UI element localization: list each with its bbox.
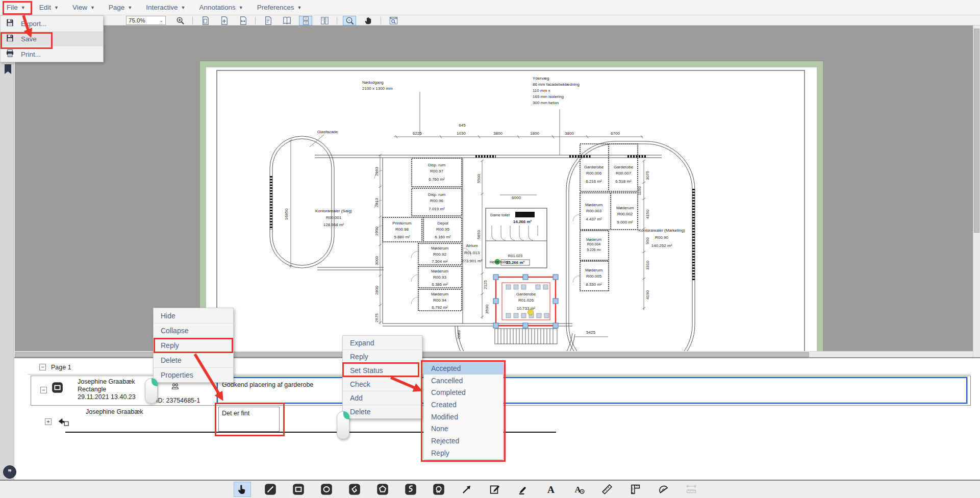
highlighter-tool-icon[interactable]: [514, 482, 532, 497]
collapse-page-button[interactable]: −: [39, 364, 46, 370]
highlight-box-file: [3, 1, 32, 15]
highlight-box-save: [1, 32, 53, 49]
plan-label: 3800: [493, 131, 502, 136]
menu-page[interactable]: Page▼: [109, 4, 132, 11]
plan-label: 5500: [476, 174, 481, 183]
context-menu-item[interactable]: Expand: [343, 336, 422, 350]
pan-tool-icon[interactable]: [362, 16, 375, 26]
single-page-view-icon[interactable]: [261, 16, 274, 26]
plan-label: Disp. rum: [428, 192, 446, 197]
view-toolbar-icons: [173, 15, 400, 26]
plan-label: 645: [459, 123, 466, 128]
two-page-scroll-view-icon[interactable]: [318, 16, 331, 26]
plan-label: Glasfacade: [317, 130, 338, 134]
reply-author: Josephine Graabæk: [86, 408, 143, 415]
plan-label: Kontorarealer (Salg): [315, 209, 352, 213]
expand-reply-button[interactable]: +: [45, 418, 52, 425]
zoom-in-icon[interactable]: [173, 16, 187, 26]
fit-page-icon[interactable]: [198, 16, 212, 26]
plan-label: 273.901 m²: [462, 259, 483, 263]
vertical-scrollbar-thumb[interactable]: [974, 29, 979, 233]
marquee-zoom-icon[interactable]: [343, 16, 356, 26]
context-menu-item[interactable]: Add: [343, 391, 422, 405]
menu-preferences[interactable]: Preferences▼: [257, 4, 302, 11]
protractor-tool-icon[interactable]: [655, 482, 672, 497]
plan-label: R00.98: [395, 227, 409, 232]
file-menu-item-icon: [5, 48, 15, 60]
plan-label: 165 mm isolering: [533, 94, 564, 99]
two-page-view-icon[interactable]: [280, 16, 293, 26]
comments-panel-icon[interactable]: ❞: [3, 465, 16, 479]
continuous-scroll-view-icon[interactable]: [299, 16, 312, 26]
vertical-scrollbar[interactable]: [973, 26, 980, 357]
context-menu-item[interactable]: Collapse: [154, 323, 233, 338]
file-menu-export[interactable]: Export...: [1, 16, 103, 31]
mouse-cursor-icon: [145, 378, 158, 404]
text-tool-icon[interactable]: A: [542, 482, 560, 497]
context-menu-item[interactable]: Properties: [154, 367, 233, 382]
menu-view[interactable]: View▼: [72, 4, 95, 11]
menu-annotations[interactable]: Annotations▼: [199, 4, 243, 11]
annotation-comment-field[interactable]: Godkend placering af garderobe: [217, 377, 967, 404]
highlight-box-set-status: [342, 362, 419, 377]
plan-label: 1150: [637, 186, 642, 195]
zoom-level-select[interactable]: 75.0% ⌄: [126, 16, 166, 25]
context-menu-item[interactable]: Delete: [154, 353, 233, 367]
plan-label: 5.880 m²: [394, 235, 410, 239]
chevron-down-icon: ▼: [128, 5, 132, 10]
plan-label: 2813: [374, 198, 379, 207]
fit-width-icon[interactable]: [236, 16, 249, 26]
context-menu-item[interactable]: Check: [343, 377, 422, 391]
chevron-down-icon: ▼: [90, 5, 95, 10]
people-icon: [170, 382, 180, 391]
plan-label: Dame toilet: [490, 213, 510, 217]
floor-plan: Nødudgang2100 x 1300 mmYdervæg86 mm faca…: [200, 61, 823, 374]
view-toolbar: 75.0% ⌄: [0, 15, 980, 26]
plan-label: R00.90: [655, 235, 668, 240]
plan-label: Nødudgang: [362, 80, 384, 85]
polygon-tool-icon[interactable]: [374, 482, 391, 497]
note-tool-icon[interactable]: [486, 482, 504, 497]
plan-label: Møderum: [431, 269, 449, 273]
plan-label: R01.022: [518, 212, 532, 217]
plan-label: 128.568 m²: [323, 222, 344, 227]
plan-label: Ydervæg: [533, 76, 549, 81]
menu-edit[interactable]: Edit▼: [39, 4, 59, 11]
dimension-tool-icon[interactable]: [683, 482, 700, 497]
menu-interactive[interactable]: Interactive▼: [146, 4, 185, 11]
cloud-tool-icon[interactable]: [430, 482, 447, 497]
plan-label: 7.504 m²: [432, 259, 448, 264]
context-menu-item[interactable]: Reply: [343, 350, 422, 363]
context-menu-item[interactable]: Delete: [343, 405, 422, 418]
plan-label: 4.437 m²: [586, 217, 602, 221]
ruler-tool-icon[interactable]: [598, 482, 616, 497]
plan-label: 2675: [374, 313, 379, 322]
plan-label: 1800: [530, 131, 539, 136]
page-label: Page 1: [51, 364, 71, 371]
reply-arrow-icon: [56, 415, 69, 426]
ellipse-tool-icon[interactable]: [318, 482, 335, 497]
line-tool-icon[interactable]: [262, 482, 279, 497]
corner-ruler-tool-icon[interactable]: [626, 482, 644, 497]
arrow-tool-icon[interactable]: [458, 482, 475, 497]
freehand-tool-icon[interactable]: [402, 482, 419, 497]
document-canvas[interactable]: Nødudgang2100 x 1300 mmYdervæg86 mm faca…: [15, 26, 973, 351]
plan-label: 2125: [483, 280, 488, 289]
fit-actual-size-icon[interactable]: [217, 16, 231, 26]
plan-label: 2800: [374, 286, 379, 295]
plan-label: 3000: [374, 256, 379, 265]
context-menu-item[interactable]: Hide: [154, 308, 233, 323]
bookmark-icon[interactable]: [4, 64, 12, 77]
search-icon[interactable]: [387, 16, 400, 26]
drawing-toolbar: AA: [0, 481, 980, 498]
polyline-tool-icon[interactable]: [346, 482, 363, 497]
plan-label: Møderum: [586, 238, 601, 241]
plan-label: 6.160 m²: [435, 235, 451, 239]
plan-label: R00.95: [436, 227, 449, 232]
text-edit-tool-icon[interactable]: A: [570, 482, 588, 497]
select-tool-icon[interactable]: [234, 482, 251, 497]
rectangle-tool-icon[interactable]: [290, 482, 307, 497]
plan-label: Møderum: [431, 246, 449, 251]
plan-label: R00.002: [617, 212, 633, 216]
collapse-annotation-button[interactable]: −: [40, 387, 47, 393]
